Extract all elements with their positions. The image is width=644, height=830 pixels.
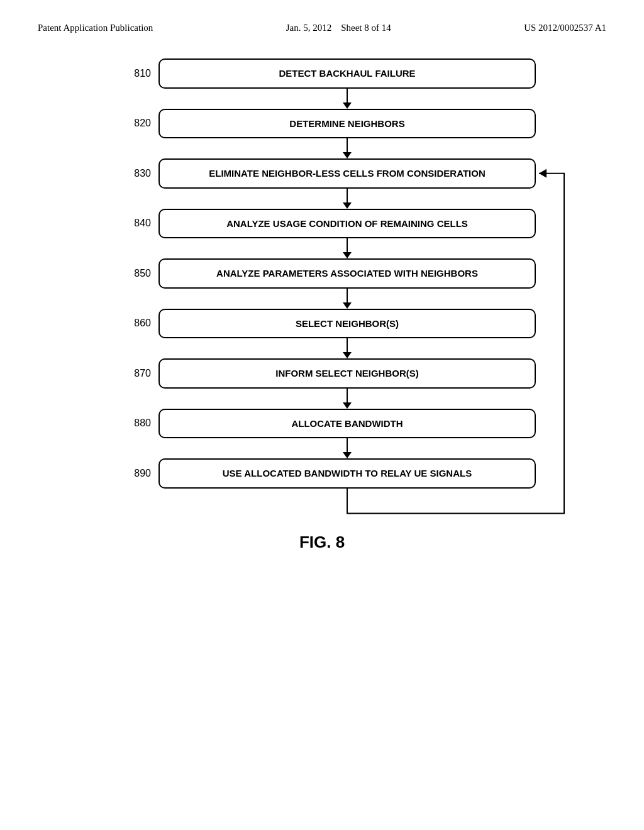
arrow-head xyxy=(343,202,352,209)
step-box-890: USE ALLOCATED BANDWIDTH TO RELAY UE SIGN… xyxy=(158,458,536,489)
arrow-head xyxy=(343,252,352,258)
flow-row-840: 840 ANALYZE USAGE CONDITION OF REMAINING… xyxy=(108,209,536,239)
header-sheet: Sheet 8 of 14 xyxy=(341,23,391,33)
step-box-850: ANALYZE PARAMETERS ASSOCIATED WITH NEIGH… xyxy=(158,258,536,289)
step-box-810: DETECT BACKHAUL FAILURE xyxy=(158,58,536,89)
flow-row-890: 890 USE ALLOCATED BANDWIDTH TO RELAY UE … xyxy=(108,458,536,489)
arrow-shaft xyxy=(347,89,348,102)
figure-caption: FIG. 8 xyxy=(299,533,345,552)
arrow-820-830 xyxy=(158,138,536,158)
header-center: Jan. 5, 2012 Sheet 8 of 14 xyxy=(286,23,391,33)
step-box-840: ANALYZE USAGE CONDITION OF REMAINING CEL… xyxy=(158,209,536,239)
step-box-880: ALLOCATE BANDWIDTH xyxy=(158,409,536,439)
flow-row-860: 860 SELECT NEIGHBOR(S) xyxy=(108,309,536,339)
flow-row-870: 870 INFORM SELECT NEIGHBOR(S) xyxy=(108,358,536,389)
arrow-890-down xyxy=(158,489,536,514)
header-date: Jan. 5, 2012 xyxy=(286,23,332,33)
arrow-shaft xyxy=(347,238,348,252)
label-880: 880 xyxy=(108,418,158,429)
arrow-shaft xyxy=(347,438,348,452)
arrow-shaft xyxy=(347,338,348,352)
step-box-830: ELIMINATE NEIGHBOR-LESS CELLS FROM CONSI… xyxy=(158,158,536,189)
arrow-850-860 xyxy=(158,289,536,309)
flowchart: 810 DETECT BACKHAUL FAILURE 820 DETERMIN… xyxy=(108,58,536,514)
flow-row-820: 820 DETERMINE NEIGHBORS xyxy=(108,109,536,139)
arrow-head xyxy=(343,102,352,109)
arrow-870-880 xyxy=(158,389,536,409)
arrow-head xyxy=(343,152,352,158)
step-box-860: SELECT NEIGHBOR(S) xyxy=(158,309,536,339)
arrow-shaft xyxy=(347,189,348,202)
arrow-head xyxy=(343,302,352,309)
arrow-shaft xyxy=(347,138,348,152)
arrow-880-890 xyxy=(158,438,536,458)
arrow-830-840 xyxy=(158,189,536,209)
step-box-870: INFORM SELECT NEIGHBOR(S) xyxy=(158,358,536,389)
label-850: 850 xyxy=(108,268,158,279)
arrow-shaft-bottom xyxy=(347,489,348,514)
label-890: 890 xyxy=(108,468,158,479)
step-box-820: DETERMINE NEIGHBORS xyxy=(158,109,536,139)
label-810: 810 xyxy=(108,68,158,79)
flow-row-810: 810 DETECT BACKHAUL FAILURE xyxy=(108,58,536,89)
page-header: Patent Application Publication Jan. 5, 2… xyxy=(0,0,644,46)
label-870: 870 xyxy=(108,368,158,379)
arrow-head xyxy=(343,352,352,358)
arrow-head xyxy=(343,452,352,458)
flow-row-850: 850 ANALYZE PARAMETERS ASSOCIATED WITH N… xyxy=(108,258,536,289)
arrow-shaft xyxy=(347,289,348,302)
label-840: 840 xyxy=(108,218,158,229)
header-right: US 2012/0002537 A1 xyxy=(524,23,606,33)
label-830: 830 xyxy=(108,168,158,179)
diagram-area: 810 DETECT BACKHAUL FAILURE 820 DETERMIN… xyxy=(0,46,644,565)
arrow-860-870 xyxy=(158,338,536,358)
arrow-810-820 xyxy=(158,89,536,109)
label-860: 860 xyxy=(108,318,158,329)
header-left: Patent Application Publication xyxy=(38,23,153,33)
flow-row-830: 830 ELIMINATE NEIGHBOR-LESS CELLS FROM C… xyxy=(108,158,536,189)
label-820: 820 xyxy=(108,118,158,129)
arrow-head xyxy=(343,402,352,409)
flow-row-880: 880 ALLOCATE BANDWIDTH xyxy=(108,409,536,439)
svg-marker-0 xyxy=(539,169,547,178)
arrow-shaft xyxy=(347,389,348,402)
arrow-840-850 xyxy=(158,238,536,258)
